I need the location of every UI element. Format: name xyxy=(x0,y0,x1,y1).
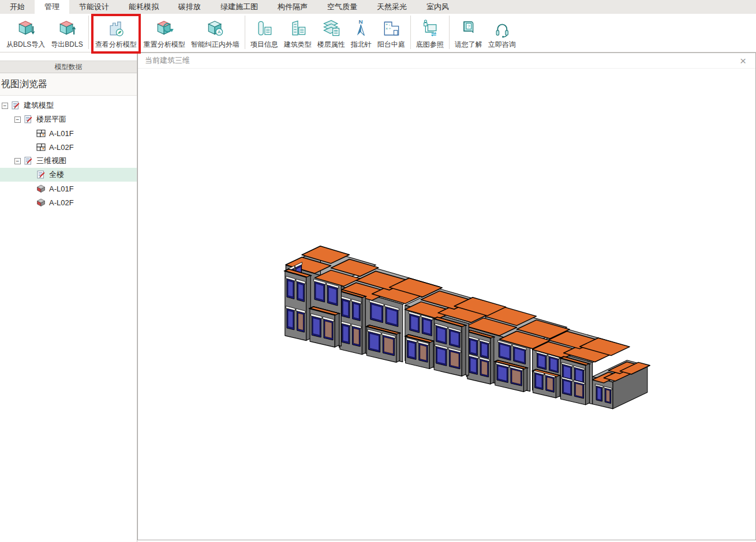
tree-item-三维视图[interactable]: −三维视图 xyxy=(0,154,137,168)
north-arrow-icon: N xyxy=(351,17,372,40)
base-map-reference-icon xyxy=(420,17,440,40)
smart-correct-walls-icon: A xyxy=(205,17,226,40)
viewer-titlebar: 当前建筑三维 × xyxy=(138,53,755,69)
tree-expander-icon[interactable]: − xyxy=(2,103,8,109)
toolbar-separator xyxy=(245,16,245,49)
toolbar-button-label: 重置分析模型 xyxy=(144,40,185,50)
toolbar-button-bdls-import[interactable]: 从BDLS导入 xyxy=(3,16,48,50)
toolbar-button-label: 立即咨询 xyxy=(488,40,516,50)
tab-空气质量[interactable]: 空气质量 xyxy=(317,0,367,14)
ribbon-toolbar: 从BDLS导入导出BDLS查看分析模型重置分析模型A智能纠正内外墙项目信息建筑类… xyxy=(0,14,756,52)
svg-text:N: N xyxy=(358,18,362,25)
toolbar-button-label: 查看分析模型 xyxy=(95,40,137,50)
floor-plan-icon xyxy=(36,129,46,138)
tree-item-label: A-L01F xyxy=(49,185,74,193)
toolbar-button-label: 项目信息 xyxy=(250,40,278,50)
toolbar-button-balcony-atrium[interactable]: +-×÷阳台中庭 xyxy=(375,16,408,50)
toolbar-button-learn-more[interactable]: ?请您了解 xyxy=(452,16,485,50)
main-area: 模型数据 视图浏览器 −建筑模型−楼层平面A-L01FA-L02F−三维视图全楼… xyxy=(0,52,756,542)
svg-text:×: × xyxy=(386,26,388,31)
toolbar-button-bdls-export[interactable]: 导出BDLS xyxy=(48,16,85,50)
consult-now-icon xyxy=(492,17,512,40)
toolbar-button-label: 底图参照 xyxy=(416,40,444,50)
balcony-atrium-icon: +-×÷ xyxy=(381,17,402,40)
toolbar-button-label: 智能纠正内外墙 xyxy=(191,40,239,50)
viewer-canvas[interactable] xyxy=(138,69,755,540)
view-document-icon xyxy=(11,101,20,110)
model-data-panel-tab[interactable]: 模型数据 xyxy=(0,61,137,73)
viewer-title: 当前建筑三维 xyxy=(145,55,190,66)
bdls-export-icon xyxy=(57,17,77,40)
tab-天然采光[interactable]: 天然采光 xyxy=(367,0,417,14)
tree-item-A-L02F[interactable]: A-L02F xyxy=(0,195,137,209)
reset-analysis-model-icon xyxy=(154,17,175,40)
toolbar-button-smart-correct-walls[interactable]: A智能纠正内外墙 xyxy=(188,16,242,50)
3d-view-icon xyxy=(36,198,46,207)
tree-item-label: A-L02F xyxy=(49,198,74,207)
sidebar: 模型数据 视图浏览器 −建筑模型−楼层平面A-L01FA-L02F−三维视图全楼… xyxy=(0,52,137,542)
svg-text:÷: ÷ xyxy=(388,26,391,31)
toolbar-button-view-analysis-model[interactable]: 查看分析模型 xyxy=(91,14,141,54)
tab-bar: 开始管理节能设计能耗模拟碳排放绿建施工图构件隔声空气质量天然采光室内风 xyxy=(0,0,756,14)
toolbar-button-label: 指北针 xyxy=(351,40,372,50)
tree-expander-icon[interactable]: − xyxy=(14,158,21,164)
toolbar-separator xyxy=(449,16,450,49)
toolbar-button-label: 建筑类型 xyxy=(284,40,312,50)
toolbar-button-label: 阳台中庭 xyxy=(377,40,405,50)
tree-item-A-L02F[interactable]: A-L02F xyxy=(0,140,137,154)
toolbar-button-building-type[interactable]: 建筑类型 xyxy=(281,16,315,50)
building-type-icon xyxy=(287,17,308,40)
toolbar-separator xyxy=(410,16,411,49)
close-icon[interactable]: × xyxy=(738,55,748,66)
tree-item-label: A-L02F xyxy=(49,143,74,152)
tree-item-label: 全楼 xyxy=(49,170,64,180)
view-document-icon xyxy=(24,156,33,165)
toolbar-button-label: 从BDLS导入 xyxy=(6,40,45,50)
view-tree: −建筑模型−楼层平面A-L01FA-L02F−三维视图全楼A-L01FA-L02… xyxy=(0,96,137,209)
tab-开始[interactable]: 开始 xyxy=(0,0,35,14)
toolbar-button-label: 导出BDLS xyxy=(51,40,83,50)
toolbar-button-label: 请您了解 xyxy=(455,40,482,50)
tree-item-label: A-L01F xyxy=(49,129,74,138)
toolbar-button-reset-analysis-model[interactable]: 重置分析模型 xyxy=(141,16,188,50)
svg-text:?: ? xyxy=(467,24,470,29)
toolbar-separator xyxy=(88,16,89,49)
tab-构件隔声[interactable]: 构件隔声 xyxy=(268,0,317,14)
3d-view-icon xyxy=(36,184,46,193)
tab-绿建施工图[interactable]: 绿建施工图 xyxy=(211,0,268,14)
toolbar-button-floor-attributes[interactable]: 楼层属性 xyxy=(315,16,348,50)
svg-text:A: A xyxy=(218,29,221,35)
tab-碳排放[interactable]: 碳排放 xyxy=(169,0,211,14)
tree-item-A-L01F[interactable]: A-L01F xyxy=(0,182,137,195)
tree-item-建筑模型[interactable]: −建筑模型 xyxy=(0,99,137,112)
toolbar-button-project-info[interactable]: 项目信息 xyxy=(248,16,281,50)
view-document-icon xyxy=(36,170,46,179)
toolbar-button-consult-now[interactable]: 立即咨询 xyxy=(485,16,519,50)
viewer-window: 当前建筑三维 × xyxy=(137,52,756,540)
floor-plan-icon xyxy=(36,142,46,152)
toolbar-button-base-map-reference[interactable]: 底图参照 xyxy=(413,16,447,50)
toolbar-button-label: 楼层属性 xyxy=(317,40,345,50)
project-info-icon xyxy=(254,17,275,40)
tree-item-楼层平面[interactable]: −楼层平面 xyxy=(0,112,137,126)
view-document-icon xyxy=(24,115,33,124)
bdls-import-icon xyxy=(16,17,36,40)
tree-item-label: 三维视图 xyxy=(36,156,66,166)
tree-item-label: 楼层平面 xyxy=(36,114,66,125)
building-3d-svg xyxy=(138,69,755,540)
toolbar-button-north-arrow[interactable]: N指北针 xyxy=(348,16,375,50)
tree-item-A-L01F[interactable]: A-L01F xyxy=(0,126,137,140)
tab-室内风[interactable]: 室内风 xyxy=(417,0,459,14)
tree-item-全楼[interactable]: 全楼 xyxy=(0,168,137,182)
tree-expander-icon[interactable]: − xyxy=(14,116,21,123)
view-analysis-model-icon xyxy=(106,17,126,40)
view-browser-title: 视图浏览器 xyxy=(0,73,137,96)
learn-more-icon: ? xyxy=(458,17,479,40)
tab-节能设计[interactable]: 节能设计 xyxy=(69,0,119,14)
floor-attributes-icon xyxy=(321,17,342,40)
tab-能耗模拟[interactable]: 能耗模拟 xyxy=(119,0,169,14)
tab-管理[interactable]: 管理 xyxy=(35,0,69,14)
tree-item-label: 建筑模型 xyxy=(24,100,54,111)
